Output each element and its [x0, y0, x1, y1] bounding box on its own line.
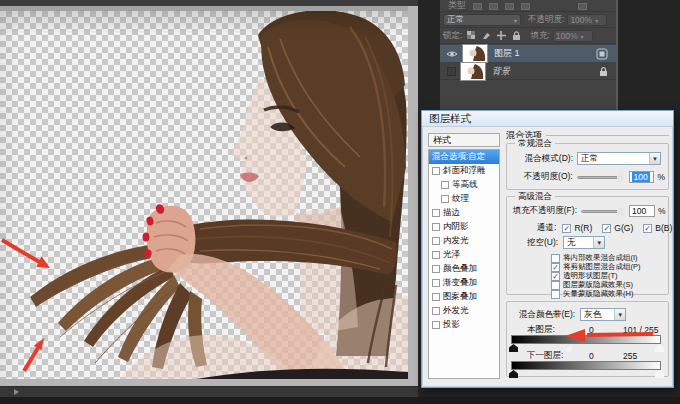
underlying-white-slider[interactable]: [655, 370, 664, 378]
dialog-title-bar[interactable]: 图层样式: [422, 111, 673, 127]
canvas-shadow: [0, 11, 408, 379]
opacity-slider[interactable]: [577, 176, 623, 179]
style-checkbox[interactable]: [432, 209, 440, 217]
channel-g-checkbox[interactable]: ✓: [602, 224, 611, 233]
lock-position-icon[interactable]: [497, 31, 506, 40]
status-bar: [0, 397, 680, 404]
style-item-pattern-overlay[interactable]: 图案叠加: [429, 290, 499, 304]
vector-mask-hides-label: 矢量蒙版隐藏效果(H): [563, 289, 633, 299]
layer-style-dialog: 图层样式 样式 混合选项:自定 斜面和浮雕 等高线 纹理 描边 内阴影 内发光 …: [421, 110, 674, 388]
fill-opacity-slider[interactable]: [581, 210, 623, 213]
style-checkbox[interactable]: [441, 181, 449, 189]
blend-if-select[interactable]: 灰色 ▼: [580, 308, 626, 321]
background-name[interactable]: 背景: [492, 65, 510, 78]
style-item-outer-glow[interactable]: 外发光: [429, 304, 499, 318]
shape-filter-icon[interactable]: [521, 3, 530, 10]
photoshop-app: 类型 正常 ▾ 不透明度: 100% ▾ 锁定:: [0, 0, 680, 404]
layer-filter-row[interactable]: 类型: [440, 0, 616, 12]
knockout-select[interactable]: 无 ▼: [563, 236, 605, 249]
style-item-stroke[interactable]: 描边: [429, 206, 499, 220]
chevron-down-icon: ▾: [595, 17, 598, 24]
layers-panel: 类型 正常 ▾ 不透明度: 100% ▾ 锁定:: [440, 0, 618, 112]
style-item-drop-shadow[interactable]: 投影: [429, 318, 499, 332]
channel-r-checkbox[interactable]: ✓: [562, 224, 571, 233]
fill-opacity-input[interactable]: 100: [629, 205, 655, 217]
style-item-contour[interactable]: 等高线: [429, 178, 499, 192]
chevron-down-icon: ▼: [593, 237, 604, 248]
this-layer-black-slider[interactable]: [509, 344, 518, 352]
blend-mode-select[interactable]: 正常 ▾: [443, 14, 521, 26]
document-canvas[interactable]: [0, 11, 408, 379]
background-thumbnail[interactable]: [460, 62, 486, 81]
general-blending-legend: 常规混合: [515, 138, 555, 150]
chevron-down-icon: ▾: [510, 17, 517, 24]
style-checkbox[interactable]: [432, 321, 440, 329]
channel-g-label: G(G): [614, 223, 633, 233]
style-checkbox[interactable]: [432, 279, 440, 287]
dialog-opacity-label: 不透明度(O):: [515, 171, 573, 183]
layer1-thumbnail[interactable]: [462, 44, 488, 63]
vector-mask-hides-checkbox[interactable]: [551, 290, 560, 299]
blend-mode-value: 正常: [447, 14, 464, 26]
underlying-black-value: 0: [589, 351, 594, 361]
adjustment-filter-icon[interactable]: [489, 3, 498, 10]
style-item-inner-glow[interactable]: 内发光: [429, 234, 499, 248]
opacity-field[interactable]: 100% ▾: [567, 14, 607, 26]
style-checkbox[interactable]: [432, 167, 440, 175]
style-checkbox[interactable]: [432, 223, 440, 231]
canvas-right-edge: [408, 6, 418, 386]
fill-opacity-label: 填充不透明度(F):: [511, 205, 577, 217]
lock-pixels-brush-icon[interactable]: [482, 31, 491, 40]
visibility-toggle-empty[interactable]: [447, 67, 456, 76]
slider-thumb[interactable]: [617, 173, 625, 182]
channel-r-label: R(R): [574, 223, 592, 233]
horizontal-scrollbar[interactable]: [0, 386, 418, 397]
chevron-down-icon: ▾: [581, 33, 584, 40]
style-item-satin[interactable]: 光泽: [429, 248, 499, 262]
chevron-down-icon: ▼: [614, 309, 625, 320]
layer-row-layer1[interactable]: 图层 1: [440, 45, 616, 63]
style-checkbox[interactable]: [432, 237, 440, 245]
style-item-blending-options[interactable]: 混合选项:自定: [429, 150, 499, 164]
opacity-input[interactable]: 100: [629, 171, 655, 183]
fill-value: 100%: [556, 31, 578, 41]
style-checkbox[interactable]: [432, 251, 440, 259]
lock-label: 锁定:: [443, 30, 462, 42]
layer1-name[interactable]: 图层 1: [494, 47, 520, 60]
style-item-texture[interactable]: 纹理: [429, 192, 499, 206]
style-checkbox[interactable]: [432, 265, 440, 273]
lock-transparency-icon[interactable]: [467, 31, 476, 40]
fill-field[interactable]: 100% ▾: [553, 30, 593, 42]
scroll-left-arrow-icon[interactable]: [14, 389, 19, 395]
filter-toggle-icon[interactable]: [578, 3, 587, 10]
slider-thumb[interactable]: [617, 207, 625, 216]
blend-if-group: 混合颜色带(E): 灰色 ▼ 本图层: 0 101 / 255 下一图层: 0 …: [506, 301, 669, 377]
advanced-blending-legend: 高级混合: [515, 191, 555, 203]
underlying-gradient-bar[interactable]: [511, 361, 661, 370]
canvas-top-edge: [0, 6, 408, 11]
lock-all-icon[interactable]: [512, 31, 521, 41]
knockout-label: 挖空(U):: [527, 237, 558, 249]
style-item-bevel-emboss[interactable]: 斜面和浮雕: [429, 164, 499, 178]
advanced-blending-group: 高级混合 填充不透明度(F): 100 % 通道: ✓ R(R) ✓ G(G) …: [506, 196, 669, 295]
visibility-eye-icon[interactable]: [446, 50, 458, 58]
styles-list: 混合选项:自定 斜面和浮雕 等高线 纹理 描边 内阴影 内发光 光泽 颜色叠加 …: [428, 149, 500, 379]
dialog-title: 图层样式: [429, 112, 471, 126]
layer-row-background[interactable]: 背景: [440, 63, 616, 80]
style-item-color-overlay[interactable]: 颜色叠加: [429, 262, 499, 276]
style-item-gradient-overlay[interactable]: 渐变叠加: [429, 276, 499, 290]
dialog-blend-mode-select[interactable]: 正常 ▼: [577, 152, 661, 165]
style-item-inner-shadow[interactable]: 内阴影: [429, 220, 499, 234]
general-blending-group: 常规混合 混合模式(D): 正常 ▼ 不透明度(O): 100 %: [506, 143, 669, 190]
style-checkbox[interactable]: [432, 293, 440, 301]
styles-header: 样式: [428, 133, 500, 147]
channel-b-checkbox[interactable]: ✓: [643, 224, 652, 233]
red-arrow-slider-annotation: [557, 327, 657, 343]
opacity-label: 不透明度:: [528, 14, 564, 26]
underlying-black-slider[interactable]: [509, 370, 518, 378]
type-filter-icon[interactable]: [505, 3, 514, 10]
style-checkbox[interactable]: [432, 307, 440, 315]
style-checkbox[interactable]: [441, 195, 449, 203]
pixel-filter-icon[interactable]: [473, 3, 482, 10]
filter-kind-label: 类型: [448, 0, 466, 12]
